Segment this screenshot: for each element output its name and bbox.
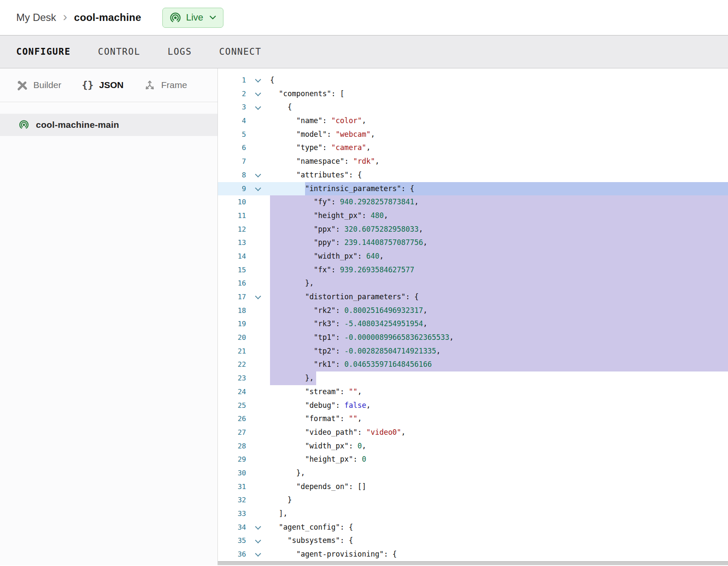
editor-gutter: 34: [218, 521, 270, 534]
line-number: 7: [218, 155, 246, 168]
json-code-editor[interactable]: 1{2 "components": [3 {4 "name": "color",…: [218, 68, 728, 565]
code-line[interactable]: 26 "format": "",: [218, 412, 728, 426]
mode-json[interactable]: {} JSON: [82, 80, 123, 91]
code-line[interactable]: 13 "ppy": 239.14408757087756,: [218, 236, 728, 250]
line-number: 35: [218, 534, 246, 548]
line-number: 9: [218, 182, 246, 196]
editor-gutter: 23: [218, 371, 270, 385]
fold-chevron-icon[interactable]: [255, 171, 261, 177]
braces-icon: {}: [82, 80, 94, 91]
code-line[interactable]: 8 "attributes": {: [218, 168, 728, 182]
line-number: 5: [218, 128, 246, 142]
code-line[interactable]: 12 "ppx": 320.6075282958033,: [218, 223, 728, 236]
code-line[interactable]: 29 "height_px": 0: [218, 453, 728, 466]
live-status-dropdown[interactable]: Live: [162, 8, 223, 28]
code-line[interactable]: 28 "width_px": 0,: [218, 439, 728, 453]
tab-configure[interactable]: CONFIGURE: [16, 47, 70, 57]
code-line[interactable]: 23 },: [218, 371, 728, 385]
code-text: "stream": "",: [270, 387, 362, 396]
code-line[interactable]: 17 "distortion_parameters": {: [218, 290, 728, 304]
code-text: "fx": 939.2693584627577: [270, 265, 414, 274]
code-line[interactable]: 1{: [218, 74, 728, 87]
tab-logs[interactable]: LOGS: [167, 47, 192, 57]
editor-gutter: 19: [218, 317, 270, 331]
code-line[interactable]: 31 "depends_on": []: [218, 480, 728, 494]
line-number: 15: [218, 263, 246, 277]
fold-chevron-icon[interactable]: [255, 90, 261, 96]
editor-gutter: 32: [218, 493, 270, 507]
fold-chevron-icon[interactable]: [255, 551, 261, 557]
code-line[interactable]: 18 "rk2": 0.8002516496932317,: [218, 304, 728, 318]
code-line[interactable]: 35 "subsystems": {: [218, 534, 728, 548]
code-text: "namespace": "rdk",: [270, 157, 379, 165]
code-line[interactable]: 2 "components": [: [218, 87, 728, 101]
code-line[interactable]: 21 "tp2": -0.002828504714921335,: [218, 345, 728, 358]
fold-chevron-icon[interactable]: [255, 537, 261, 543]
code-line[interactable]: 10 "fy": 940.2928257873841,: [218, 195, 728, 209]
code-line[interactable]: 24 "stream": "",: [218, 385, 728, 399]
line-number: 8: [218, 168, 246, 182]
chevron-down-icon: [209, 15, 216, 20]
resource-item-label: cool-machine-main: [36, 120, 119, 130]
code-line[interactable]: 19 "rk3": -5.408034254951954,: [218, 317, 728, 331]
code-line[interactable]: 20 "tp1": -0.000008996658362365533,: [218, 331, 728, 345]
line-number: 1: [218, 74, 246, 87]
code-line[interactable]: 14 "width_px": 640,: [218, 250, 728, 263]
code-text: "components": [: [270, 89, 344, 98]
app-header: My Desk › cool-machine Live: [0, 0, 728, 35]
code-line[interactable]: 32 }: [218, 493, 728, 507]
resource-item-cool-machine-main[interactable]: cool-machine-main: [0, 114, 217, 136]
breadcrumb-separator-icon: ›: [63, 9, 67, 24]
mode-frame[interactable]: Frame: [144, 80, 187, 91]
editor-gutter: 5: [218, 128, 270, 142]
editor-gutter: 1: [218, 74, 270, 87]
line-number: 36: [218, 548, 246, 561]
code-line[interactable]: 36 "agent-provisioning": {: [218, 548, 728, 561]
fold-chevron-icon[interactable]: [255, 185, 261, 191]
code-line[interactable]: 3 {: [218, 100, 728, 114]
tools-icon: [16, 80, 28, 91]
editor-gutter: 6: [218, 141, 270, 155]
code-text: "ppy": 239.14408757087756,: [270, 238, 428, 247]
editor-gutter: 33: [218, 507, 270, 521]
code-text: },: [270, 469, 305, 477]
editor-gutter: 7: [218, 155, 270, 168]
line-number: 32: [218, 493, 246, 507]
breadcrumb-parent[interactable]: My Desk: [16, 12, 56, 24]
horizontal-scrollbar[interactable]: [218, 561, 728, 565]
editor-gutter: 9: [218, 182, 270, 196]
code-line[interactable]: 27 "video_path": "video0",: [218, 426, 728, 439]
code-text: "width_px": 640,: [270, 252, 384, 260]
fold-chevron-icon[interactable]: [255, 524, 261, 530]
code-line[interactable]: 34 "agent_config": {: [218, 521, 728, 534]
code-line[interactable]: 4 "name": "color",: [218, 114, 728, 128]
line-number: 11: [218, 209, 246, 223]
code-line[interactable]: 22 "rk1": 0.046535971648456166: [218, 358, 728, 371]
code-text: ],: [270, 509, 288, 518]
tab-control[interactable]: CONTROL: [98, 47, 140, 57]
code-line[interactable]: 16 },: [218, 277, 728, 290]
code-line[interactable]: 6 "type": "camera",: [218, 141, 728, 155]
editor-gutter: 27: [218, 426, 270, 439]
code-line[interactable]: 9 "intrinsic_parameters": {: [218, 182, 728, 196]
mode-builder[interactable]: Builder: [16, 80, 61, 91]
code-line[interactable]: 30 },: [218, 466, 728, 480]
editor-gutter: 24: [218, 385, 270, 399]
code-text: "distortion_parameters": {: [270, 292, 419, 301]
line-number: 3: [218, 100, 246, 114]
fold-chevron-icon[interactable]: [255, 293, 261, 299]
code-line[interactable]: 33 ],: [218, 507, 728, 521]
editor-gutter: 29: [218, 453, 270, 466]
code-line[interactable]: 15 "fx": 939.2693584627577: [218, 263, 728, 277]
code-text: {: [270, 103, 292, 111]
code-line[interactable]: 7 "namespace": "rdk",: [218, 155, 728, 168]
tab-connect[interactable]: CONNECT: [219, 47, 261, 57]
fold-chevron-icon[interactable]: [255, 104, 261, 110]
mode-builder-label: Builder: [33, 80, 61, 90]
code-line[interactable]: 5 "model": "webcam",: [218, 128, 728, 142]
editor-gutter: 13: [218, 236, 270, 250]
fold-chevron-icon[interactable]: [255, 77, 261, 83]
code-line[interactable]: 25 "debug": false,: [218, 399, 728, 413]
code-line[interactable]: 11 "height_px": 480,: [218, 209, 728, 223]
breadcrumb-current: cool-machine: [74, 12, 141, 24]
